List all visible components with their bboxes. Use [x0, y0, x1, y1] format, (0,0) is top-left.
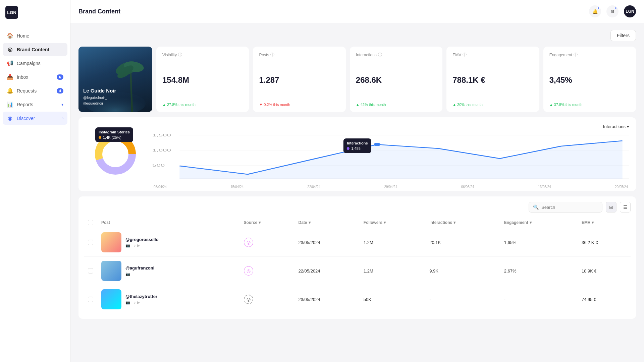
line-tooltip-dot: [347, 147, 350, 150]
row-0-followers: 1.2M: [360, 228, 425, 257]
stat-change-engagement: ▲37.8%this month: [549, 103, 630, 107]
th-engagement[interactable]: Engagement ▾: [500, 217, 578, 228]
campaigns-icon: 📢: [7, 60, 13, 66]
yt-icon: ▶: [137, 243, 140, 248]
stat-card-emv: EMV ⓘ 788.1K € ▲20%this month: [446, 47, 539, 112]
svg-point-8: [105, 144, 125, 164]
sidebar-item-inbox[interactable]: 📥 Inbox 6: [3, 70, 67, 83]
list-view-button[interactable]: ☰: [620, 202, 631, 213]
row-2-interactions: -: [425, 285, 500, 314]
row-0-source: ◎: [240, 228, 294, 257]
line-tooltip-title: Interactions: [347, 141, 368, 145]
main-content: Brand Content 🔔 🗓 LGN Filters: [70, 0, 644, 362]
th-interactions[interactable]: Interactions ▾: [425, 217, 500, 228]
header-actions: 🔔 🗓 LGN: [589, 5, 636, 17]
stat-value-posts: 1.287: [259, 75, 339, 85]
hero-text: Le Guide Noir @leguiednoir_ #leguiednoir…: [83, 88, 116, 107]
row-1-info: @agufranzoni 📷: [125, 265, 154, 276]
sidebar-item-discover-label: Discover: [17, 116, 35, 121]
th-followers[interactable]: Followers ▾: [360, 217, 425, 228]
sidebar-item-reports[interactable]: 📊 Reports ▾: [3, 98, 67, 111]
grid-view-button[interactable]: ⊞: [606, 202, 616, 213]
x-label-4: 06/05/24: [461, 185, 474, 189]
x-label-5: 13/05/24: [538, 185, 551, 189]
fb-icon: f: [131, 300, 132, 305]
stat-value-emv: 788.1K €: [452, 75, 533, 85]
row-1-interactions: 9.9K: [425, 257, 500, 285]
stat-label-engagement: Engagement ⓘ: [549, 52, 630, 58]
stat-value-visibility: 154.8M: [162, 75, 243, 85]
row-0-checkbox[interactable]: [88, 240, 93, 245]
top-header: Brand Content 🔔 🗓 LGN: [70, 0, 644, 23]
data-table: Post Source ▾ Date ▾ Followers ▾ Interac: [84, 217, 631, 313]
row-1-engagement: 2,67%: [500, 257, 578, 285]
table-head: Post Source ▾ Date ▾ Followers ▾ Interac: [84, 217, 631, 228]
fb-icon: f: [131, 243, 132, 248]
row-2-checkbox[interactable]: [88, 297, 93, 302]
svg-text:1,000: 1,000: [152, 148, 171, 152]
donut-chart: [92, 131, 139, 178]
sidebar-item-inbox-label: Inbox: [17, 74, 28, 80]
filters-row: Filters: [78, 30, 636, 41]
row-1-source-icon: ◎: [244, 266, 253, 276]
yt-icon: ▶: [137, 300, 140, 305]
row-2-source-icon: ◎: [244, 295, 253, 304]
row-0-check: [84, 228, 97, 257]
line-chart-svg: 1,500 1,000 500: [152, 132, 629, 184]
search-input[interactable]: [541, 205, 598, 210]
row-0-date: 23/05/2024: [294, 228, 360, 257]
sidebar-item-campaigns[interactable]: 📢 Campaigns: [3, 57, 67, 70]
stat-card-posts: Posts ⓘ 1.287 ▼0.2%this month: [253, 47, 345, 112]
table-row: @thelazytrotter 📷 f ♪ ▶: [84, 285, 631, 314]
row-0-thumb: [101, 232, 121, 252]
th-checkbox: [84, 217, 97, 228]
content-area: Filters: [70, 23, 644, 362]
row-2-social: 📷 f ♪ ▶: [125, 300, 157, 305]
row-1-checkbox[interactable]: [88, 268, 93, 274]
donut-area: Instagram Stories 1,4K (25%): [85, 124, 146, 184]
row-1-check: [84, 257, 97, 285]
sidebar-item-home[interactable]: 🏠 Home: [3, 29, 67, 42]
th-post[interactable]: Post: [97, 217, 240, 228]
reports-chevron: ▾: [61, 102, 63, 107]
avatar-button[interactable]: LGN: [624, 5, 636, 17]
row-2-engagement: -: [500, 285, 578, 314]
stat-value-interactions: 268.6K: [356, 75, 436, 85]
discover-arrow: ›: [62, 116, 63, 121]
th-emv[interactable]: EMV ▾: [578, 217, 631, 228]
select-all-checkbox[interactable]: [88, 220, 93, 225]
sidebar-item-discover[interactable]: ◉ Discover ›: [3, 112, 67, 125]
stat-value-engagement: 3,45%: [549, 75, 630, 85]
row-0-social: 📷 f ♪ ▶: [125, 243, 159, 248]
row-0-source-icon: ◎: [244, 238, 253, 247]
th-date[interactable]: Date ▾: [294, 217, 360, 228]
stat-label-posts: Posts ⓘ: [259, 52, 339, 58]
th-source[interactable]: Source ▾: [240, 217, 294, 228]
stat-change-emv: ▲20%this month: [452, 103, 533, 107]
inbox-badge: 6: [57, 74, 63, 80]
info-icon-engagement: ⓘ: [574, 52, 578, 58]
tik-icon: ♪: [134, 243, 136, 248]
brand-content-icon: ◎: [7, 46, 13, 53]
sidebar-item-requests[interactable]: 🔔 Requests 4: [3, 84, 67, 97]
svg-point-17: [374, 143, 380, 146]
x-label-3: 29/04/24: [384, 185, 397, 189]
calendar-button[interactable]: 🗓: [606, 5, 619, 17]
hero-card: Le Guide Noir @leguiednoir_ #leguiednoir…: [78, 47, 152, 112]
row-1-social: 📷: [125, 272, 154, 276]
svg-text:500: 500: [152, 163, 165, 167]
table-row: @agufranzoni 📷 ◎ 22/05/2024 1.2M: [84, 257, 631, 285]
calendar-dot: [614, 7, 617, 9]
chart-dropdown[interactable]: Interactions ▾: [603, 124, 629, 129]
line-tooltip-value: 1,485: [347, 146, 368, 150]
x-label-6: 20/05/24: [615, 185, 628, 189]
search-box: 🔍: [529, 202, 602, 213]
info-icon-interactions: ⓘ: [378, 52, 382, 58]
stat-change-posts: ▼0.2%this month: [259, 103, 339, 107]
home-icon: 🏠: [7, 33, 13, 39]
filters-button[interactable]: Filters: [610, 30, 636, 41]
sidebar-item-brand-content[interactable]: ◎ Brand Content: [3, 43, 67, 56]
stat-card-visibility: Visibility ⓘ 154.8M ▲27.8%this month: [156, 47, 249, 112]
x-label-1: 15/04/24: [230, 185, 244, 189]
notifications-button[interactable]: 🔔: [589, 5, 601, 17]
